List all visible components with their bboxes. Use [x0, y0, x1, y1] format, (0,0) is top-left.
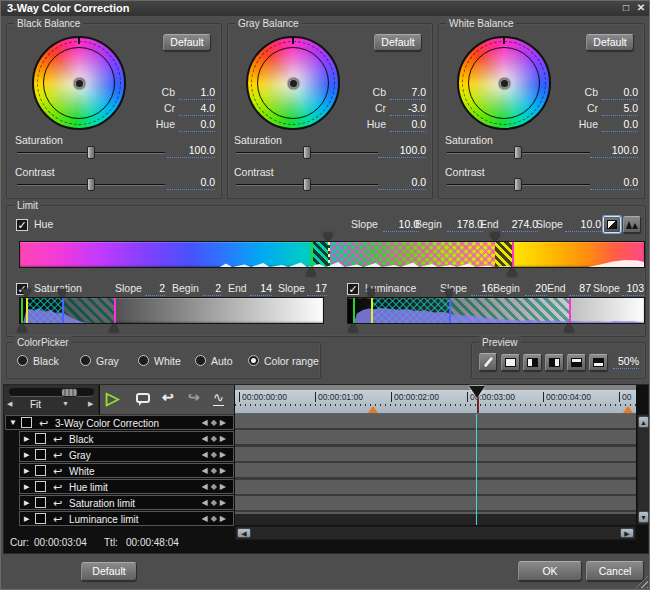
saturation-slider-handle[interactable]: [514, 146, 522, 159]
title-bar[interactable]: 3-Way Color Correction □ ✕: [1, 1, 650, 16]
preview-split-left-button[interactable]: [545, 354, 564, 371]
track-checkbox[interactable]: [35, 433, 46, 444]
track-checkbox[interactable]: [35, 497, 46, 508]
fit-prev-icon[interactable]: ◀: [7, 400, 12, 408]
track-checkbox[interactable]: [35, 465, 46, 476]
keyframe-grid[interactable]: [235, 414, 636, 514]
keyframe-next-icon[interactable]: ▶: [220, 466, 229, 475]
sat-slope2-field[interactable]: 17: [307, 282, 327, 296]
white-default-button[interactable]: Default: [586, 34, 634, 51]
expand-closed-icon[interactable]: ▶: [24, 448, 29, 462]
cb-value-field[interactable]: 0.0: [602, 86, 638, 100]
histogram-toggle-button[interactable]: [623, 216, 641, 233]
keyframe-diamond-icon[interactable]: ◆: [211, 418, 220, 427]
sat-slope1-field[interactable]: 2: [145, 282, 165, 296]
undo-icon[interactable]: ↩: [162, 389, 174, 405]
track-row-black[interactable]: ▶ ↩ Black ◀◆▶: [19, 431, 234, 446]
contrast-slider-handle[interactable]: [514, 178, 522, 191]
scroll-down-button[interactable]: ▼: [638, 511, 649, 523]
sat-end-handle[interactable]: [57, 289, 67, 298]
cancel-button[interactable]: Cancel: [586, 561, 644, 581]
hue-end-field[interactable]: 274.0: [502, 218, 538, 232]
hue-limit-bar[interactable]: [19, 241, 645, 268]
scroll-up-button[interactable]: ▲: [638, 416, 649, 428]
lum-end-slope-handle[interactable]: [564, 323, 574, 332]
keyframe-prev-icon[interactable]: ◀: [202, 434, 211, 443]
saturation-limit-bar[interactable]: [19, 297, 324, 324]
cr-value-field[interactable]: -3.0: [390, 102, 426, 116]
saturation-slider[interactable]: [236, 152, 378, 154]
fit-dropdown[interactable]: Fit: [30, 399, 41, 410]
keyframe-diamond-icon[interactable]: ◆: [211, 466, 220, 475]
contrast-slider-handle[interactable]: [303, 178, 311, 191]
keyframe-next-icon[interactable]: ▶: [220, 450, 229, 459]
keyframe-diamond-icon[interactable]: ◆: [211, 498, 220, 507]
hue-limit-checkbox[interactable]: ✓: [16, 219, 28, 231]
contrast-value-field[interactable]: 0.0: [167, 176, 215, 190]
keyframe-next-icon[interactable]: ▶: [220, 498, 229, 507]
keyframe-prev-icon[interactable]: ◀: [202, 482, 211, 491]
track-checkbox[interactable]: [21, 417, 32, 428]
lum-begin-slope-handle[interactable]: [348, 323, 358, 332]
radio-black[interactable]: [17, 355, 28, 366]
hue-begin-slope-handle[interactable]: [306, 267, 316, 276]
sat-end-field[interactable]: 14: [250, 282, 272, 296]
keyframe-nav[interactable]: ◀◆▶: [202, 496, 229, 509]
hue-slope2-field[interactable]: 10.0: [565, 218, 601, 232]
ok-button[interactable]: OK: [518, 561, 582, 581]
keyframe-nav[interactable]: ◀◆▶: [202, 464, 229, 477]
default-button[interactable]: Default: [81, 562, 137, 581]
black-default-button[interactable]: Default: [163, 34, 211, 51]
saturation-slider-handle[interactable]: [303, 146, 311, 159]
comment-icon[interactable]: [136, 393, 150, 403]
contrast-slider[interactable]: [236, 184, 378, 186]
reset-icon[interactable]: ↩: [53, 433, 62, 445]
expand-closed-icon[interactable]: ▶: [24, 480, 29, 494]
timeline-marker-icon[interactable]: [623, 406, 633, 413]
vertical-scrollbar[interactable]: ▲ ▼: [637, 414, 650, 525]
hue-begin-handle[interactable]: [323, 233, 333, 242]
preview-split-right-button[interactable]: [523, 354, 542, 371]
redo-icon[interactable]: ↪: [188, 389, 200, 405]
keyframe-nav[interactable]: ◀◆▶: [202, 416, 229, 429]
radio-gray[interactable]: [80, 355, 91, 366]
lum-slope1-field[interactable]: 16: [471, 282, 493, 296]
reset-icon[interactable]: ↩: [53, 497, 62, 509]
lum-begin-handle[interactable]: [366, 289, 376, 298]
keyframe-diamond-icon[interactable]: ◆: [211, 514, 220, 523]
keyframe-prev-icon[interactable]: ◀: [202, 466, 211, 475]
radio-color-range-label[interactable]: Color range: [264, 355, 319, 367]
white-color-wheel[interactable]: [457, 36, 551, 130]
key-display-toggle-button[interactable]: [603, 216, 621, 233]
scroll-left-button[interactable]: ◀: [237, 528, 251, 538]
reset-icon[interactable]: ↩: [53, 449, 62, 461]
gray-color-wheel[interactable]: [246, 36, 340, 130]
track-checkbox[interactable]: [35, 513, 46, 524]
keyframe-nav[interactable]: ◀◆▶: [202, 432, 229, 445]
preview-zoom-field[interactable]: 50%: [613, 355, 639, 369]
track-checkbox[interactable]: [35, 449, 46, 460]
timeline-zoom-slider-handle[interactable]: [61, 388, 78, 397]
cb-value-field[interactable]: 7.0: [390, 86, 426, 100]
contrast-value-field[interactable]: 0.0: [378, 176, 426, 190]
saturation-slider[interactable]: [17, 152, 165, 154]
hue-slope1-field[interactable]: 10.0: [383, 218, 419, 232]
lum-slope2-field[interactable]: 103: [622, 282, 644, 296]
keyframe-next-icon[interactable]: ▶: [220, 434, 229, 443]
track-row-hue-limit[interactable]: ▶ ↩ Hue limit ◀◆▶: [19, 479, 234, 494]
saturation-value-field[interactable]: 100.0: [378, 144, 426, 158]
cr-value-field[interactable]: 4.0: [179, 102, 215, 116]
black-color-wheel[interactable]: [32, 36, 126, 130]
reset-icon[interactable]: ↩: [39, 417, 48, 429]
timeline-marker-icon[interactable]: [368, 406, 378, 413]
track-checkbox[interactable]: [35, 481, 46, 492]
wheel-knob[interactable]: [74, 78, 85, 89]
play-icon[interactable]: ▷: [106, 388, 119, 410]
timeline-zoom-slider[interactable]: [9, 388, 94, 397]
sat-begin-handle[interactable]: [21, 289, 31, 298]
keyframe-diamond-icon[interactable]: ◆: [211, 434, 220, 443]
lum-end-handle[interactable]: [444, 289, 454, 298]
curve-icon[interactable]: ∿: [213, 390, 224, 406]
expand-closed-icon[interactable]: ▶: [24, 496, 29, 510]
playhead-handle[interactable]: [469, 386, 485, 398]
